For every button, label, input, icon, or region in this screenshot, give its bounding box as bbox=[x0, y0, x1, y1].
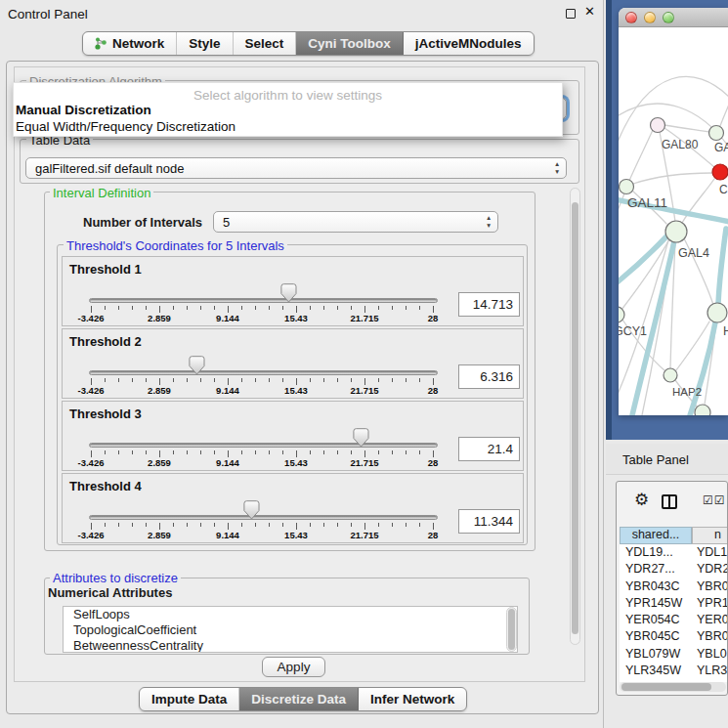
column-header-shared[interactable]: shared... bbox=[620, 527, 692, 544]
slider-tick bbox=[323, 450, 324, 454]
table-row-8[interactable]: YLR345WYLR3 bbox=[620, 663, 728, 679]
slider-tick bbox=[132, 378, 133, 382]
checkboxes-icon[interactable]: ☑☑ bbox=[703, 493, 726, 507]
slider-tick bbox=[282, 378, 283, 382]
tab-select[interactable]: Select bbox=[234, 32, 297, 55]
network-window: GAL80GACGAL11GAL4GCY1HHAP2 bbox=[619, 8, 728, 415]
slider-tick bbox=[323, 378, 324, 382]
network-node-8[interactable] bbox=[664, 368, 677, 382]
num-intervals-combo[interactable]: 5 ▴▾ bbox=[213, 211, 498, 233]
table-row-3[interactable]: YBR043CYBR0 bbox=[620, 578, 728, 595]
slider-thumb[interactable] bbox=[280, 283, 297, 303]
slider-track[interactable] bbox=[89, 515, 438, 520]
cell-name: YBR0 bbox=[697, 628, 728, 645]
split-view-icon[interactable] bbox=[662, 494, 677, 509]
slider-tick bbox=[105, 378, 106, 382]
table-row-5[interactable]: YER054CYER0 bbox=[620, 612, 728, 628]
slider-tick bbox=[337, 378, 338, 382]
bottom-tab-bar: Impute DataDiscretize DataInfer Network bbox=[139, 687, 467, 711]
network-node-7[interactable] bbox=[707, 303, 727, 322]
tick-label: 2.859 bbox=[148, 457, 171, 468]
slider-tick bbox=[378, 306, 379, 310]
slider-tick bbox=[173, 523, 174, 527]
attribute-item-2[interactable]: TopologicalCoefficient bbox=[64, 622, 517, 638]
slider-tick bbox=[337, 306, 338, 310]
network-graph: GAL80GACGAL11GAL4GCY1HHAP2 bbox=[619, 27, 728, 415]
threshold-box-1: Threshold 1-3.4262.8599.14415.4321.71528… bbox=[62, 256, 524, 326]
table-row-2[interactable]: YDR27...YDR2 bbox=[620, 561, 728, 578]
numerical-attributes-list: SelfLoopsTopologicalCoefficientBetweenne… bbox=[63, 606, 518, 653]
slider-tick bbox=[419, 378, 420, 382]
tab-label: Cyni Toolbox bbox=[308, 36, 391, 51]
network-node-2[interactable] bbox=[709, 126, 724, 141]
close-traffic-light-icon[interactable] bbox=[625, 12, 637, 23]
tick-label: 28 bbox=[428, 457, 439, 468]
tick-label: 9.144 bbox=[216, 530, 239, 540]
attributes-list-scrollbar[interactable] bbox=[506, 607, 517, 652]
tab-jactivemnodules[interactable]: jActiveMNodules bbox=[404, 32, 534, 55]
table-row-6[interactable]: YBR045CYBR0 bbox=[620, 628, 728, 645]
table-row-1[interactable]: YDL19...YDL1 bbox=[620, 544, 728, 561]
table-hscrollbar-thumb[interactable] bbox=[621, 683, 711, 691]
slider-tick bbox=[214, 450, 215, 454]
zoom-traffic-light-icon[interactable] bbox=[663, 12, 674, 23]
algorithm-option-2[interactable]: Equal Width/Frequency Discretization bbox=[16, 119, 236, 134]
float-window-icon[interactable] bbox=[566, 9, 576, 19]
attribute-item-3[interactable]: BetweennessCentrality bbox=[64, 638, 517, 653]
node-label-gal4: GAL4 bbox=[678, 246, 709, 260]
close-icon[interactable]: ✕ bbox=[584, 4, 595, 19]
apply-button[interactable]: Apply bbox=[262, 657, 325, 677]
algorithm-option-1[interactable]: Manual Discretization bbox=[16, 103, 151, 117]
network-node-3[interactable] bbox=[712, 164, 728, 180]
attributes-scrollbar-thumb[interactable] bbox=[508, 609, 515, 650]
network-edge bbox=[619, 236, 667, 284]
column-header-name[interactable]: n bbox=[692, 527, 728, 544]
threshold-box-3: Threshold 3-3.4262.8599.14415.4321.71528… bbox=[62, 401, 524, 471]
slider-track[interactable] bbox=[89, 443, 438, 448]
slider-thumb[interactable] bbox=[353, 428, 369, 448]
slider-tick bbox=[269, 450, 270, 454]
threshold-value-field[interactable]: 11.344 bbox=[458, 509, 520, 534]
slider-thumb[interactable] bbox=[189, 356, 205, 375]
tick-label: 9.144 bbox=[216, 457, 239, 468]
network-node-1[interactable] bbox=[651, 118, 665, 133]
network-node-9[interactable] bbox=[695, 405, 710, 415]
tab-cyni-toolbox[interactable]: Cyni Toolbox bbox=[296, 32, 404, 55]
network-canvas[interactable]: GAL80GACGAL11GAL4GCY1HHAP2 bbox=[619, 27, 728, 415]
tab-style[interactable]: Style bbox=[177, 32, 233, 55]
panel-scrollbar[interactable] bbox=[570, 188, 580, 645]
slider-thumb[interactable] bbox=[243, 500, 260, 520]
tab-network[interactable]: Network bbox=[83, 32, 177, 55]
slider-track[interactable] bbox=[89, 370, 438, 375]
slider-tick bbox=[433, 523, 434, 530]
table-hscrollbar[interactable] bbox=[620, 682, 726, 692]
tab-impute-data[interactable]: Impute Data bbox=[140, 688, 239, 710]
threshold-value-field[interactable]: 21.4 bbox=[458, 437, 520, 461]
panel-scrollbar-thumb[interactable] bbox=[572, 202, 578, 634]
cell-shared-name: YDR27... bbox=[625, 561, 675, 578]
network-window-titlebar[interactable] bbox=[619, 8, 728, 27]
thresholds-group-title: Threshold's Coordinates for 5 Intervals bbox=[64, 238, 287, 253]
network-node-4[interactable] bbox=[620, 180, 634, 194]
network-node-5[interactable] bbox=[665, 221, 687, 242]
attribute-item-1[interactable]: SelfLoops bbox=[64, 607, 517, 622]
table-data-combo[interactable]: galFiltered.sif default node ▴▾ bbox=[25, 157, 567, 179]
table-row-7[interactable]: YBL079WYBL0 bbox=[620, 646, 728, 663]
tick-label: 28 bbox=[428, 313, 439, 323]
threshold-value-field[interactable]: 6.316 bbox=[458, 364, 520, 389]
tab-discretize-data[interactable]: Discretize Data bbox=[239, 688, 359, 710]
slider-tick bbox=[406, 450, 407, 454]
threshold-value-field[interactable]: 14.713 bbox=[458, 292, 520, 317]
slider-tick bbox=[132, 306, 133, 310]
table-row-4[interactable]: YPR145WYPR1 bbox=[620, 595, 728, 612]
slider-tick bbox=[105, 306, 106, 310]
minimize-traffic-light-icon[interactable] bbox=[644, 12, 656, 23]
node-label-gal80: GAL80 bbox=[662, 138, 699, 151]
algorithm-dropdown-popup: Select algorithm to view settings Manual… bbox=[13, 82, 563, 137]
slider-tick bbox=[433, 378, 434, 385]
slider-track[interactable] bbox=[89, 298, 438, 303]
tab-infer-network[interactable]: Infer Network bbox=[359, 688, 466, 710]
slider-tick bbox=[187, 450, 188, 454]
cell-shared-name: YBR045C bbox=[625, 628, 680, 645]
gear-icon[interactable]: ⚙ bbox=[634, 490, 649, 510]
